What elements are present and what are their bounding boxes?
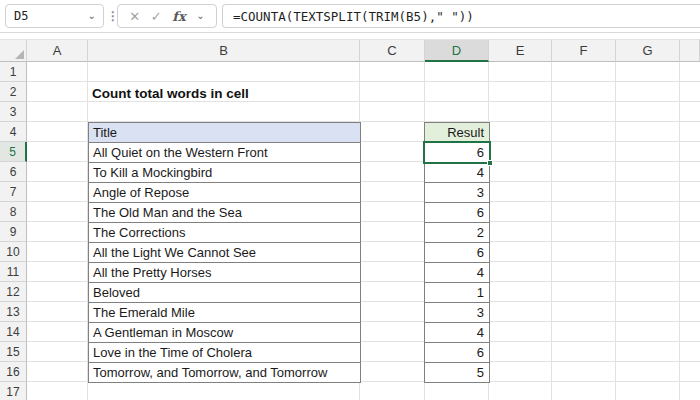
row-header-12[interactable]: 12 (0, 282, 27, 302)
column-header-g[interactable]: G (616, 39, 680, 62)
gridline-vertical (679, 62, 680, 400)
formula-input[interactable]: =COUNTA(TEXTSPLIT(TRIM(B5)," ")) (222, 4, 700, 28)
row-header-3[interactable]: 3 (0, 102, 27, 122)
row-header-15[interactable]: 15 (0, 342, 27, 362)
cell-b5-title[interactable]: All Quiet on the Western Front (88, 142, 361, 163)
chevron-down-icon[interactable]: ⌄ (88, 11, 103, 21)
column-header-c[interactable]: C (360, 39, 425, 62)
cell-b7-title[interactable]: Angle of Repose (88, 182, 361, 203)
cell-b8-title[interactable]: The Old Man and the Sea (88, 202, 361, 223)
row-header-17[interactable]: 17 (0, 382, 27, 400)
row-header-2[interactable]: 2 (0, 82, 27, 102)
cell-b13-title[interactable]: The Emerald Mile (88, 302, 361, 323)
cell-d10-result[interactable]: 6 (424, 242, 490, 263)
select-all-triangle-icon (15, 50, 24, 59)
gridline-vertical (615, 62, 616, 400)
row-header-4[interactable]: 4 (0, 122, 27, 142)
enter-icon[interactable]: ✓ (151, 10, 162, 23)
name-box[interactable]: D5 ⌄ (5, 4, 104, 28)
column-header-a[interactable]: A (27, 39, 88, 62)
fill-handle[interactable] (487, 160, 493, 166)
row-header-9[interactable]: 9 (0, 222, 27, 242)
cell-b14-title[interactable]: A Gentleman in Moscow (88, 322, 361, 343)
select-all-corner[interactable] (0, 39, 27, 62)
cell-b10-title[interactable]: All the Light We Cannot See (88, 242, 361, 263)
gridline-horizontal (27, 81, 700, 82)
excel-window: D5 ⌄ ⋮ ✕ ✓ fx ⌄ =COUNTA(TEXTSPLIT(TRIM(B… (0, 0, 700, 400)
cell-b12-title[interactable]: Beloved (88, 282, 361, 303)
row-header-7[interactable]: 7 (0, 182, 27, 202)
cancel-icon[interactable]: ✕ (129, 10, 140, 23)
row-header-6[interactable]: 6 (0, 162, 27, 182)
row-header-14[interactable]: 14 (0, 322, 27, 342)
cell-d15-result[interactable]: 6 (424, 342, 490, 363)
column-header-partial[interactable] (680, 39, 700, 62)
cell-d14-result[interactable]: 4 (424, 322, 490, 343)
cell-d16-result[interactable]: 5 (424, 362, 490, 383)
sheet-heading: Count total words in cell (92, 84, 249, 104)
column-header-d[interactable]: D (425, 39, 489, 62)
table-header-result[interactable]: Result (424, 122, 490, 143)
chevron-down-icon[interactable]: ⌄ (196, 11, 204, 21)
cell-b16-title[interactable]: Tomorrow, and Tomorrow, and Tomorrow (88, 362, 361, 383)
cell-b9-title[interactable]: The Corrections (88, 222, 361, 243)
cell-d7-result[interactable]: 3 (424, 182, 490, 203)
gridline-vertical (551, 62, 552, 400)
formula-bar-row: D5 ⌄ ⋮ ✕ ✓ fx ⌄ =COUNTA(TEXTSPLIT(TRIM(B… (0, 0, 700, 33)
column-header-f[interactable]: F (552, 39, 616, 62)
insert-function-icon[interactable]: fx (172, 10, 185, 23)
table-header-title[interactable]: Title (88, 122, 361, 143)
row-header-1[interactable]: 1 (0, 62, 27, 82)
cell-d6-result[interactable]: 4 (424, 162, 490, 183)
cell-b11-title[interactable]: All the Pretty Horses (88, 262, 361, 283)
row-header-5[interactable]: 5 (0, 142, 27, 162)
cell-d12-result[interactable]: 1 (424, 282, 490, 303)
row-header-10[interactable]: 10 (0, 242, 27, 262)
cell-d9-result[interactable]: 2 (424, 222, 490, 243)
row-header-16[interactable]: 16 (0, 362, 27, 382)
column-header-b[interactable]: B (88, 39, 360, 62)
cell-b15-title[interactable]: Love in the Time of Cholera (88, 342, 361, 363)
cell-d8-result[interactable]: 6 (424, 202, 490, 223)
row-header-8[interactable]: 8 (0, 202, 27, 222)
cell-b6-title[interactable]: To Kill a Mockingbird (88, 162, 361, 183)
spreadsheet-grid[interactable]: ABCDEFG1234567891011121314151617Count to… (0, 39, 700, 400)
column-header-e[interactable]: E (489, 39, 552, 62)
cell-d13-result[interactable]: 3 (424, 302, 490, 323)
cell-d11-result[interactable]: 4 (424, 262, 490, 283)
formula-text: =COUNTA(TEXTSPLIT(TRIM(B5)," ")) (223, 9, 474, 24)
row-header-13[interactable]: 13 (0, 302, 27, 322)
active-cell-selection[interactable] (423, 141, 491, 164)
formula-button-group: ✕ ✓ fx ⌄ (117, 4, 217, 28)
row-header-11[interactable]: 11 (0, 262, 27, 282)
name-box-cell-reference: D5 (6, 9, 88, 23)
